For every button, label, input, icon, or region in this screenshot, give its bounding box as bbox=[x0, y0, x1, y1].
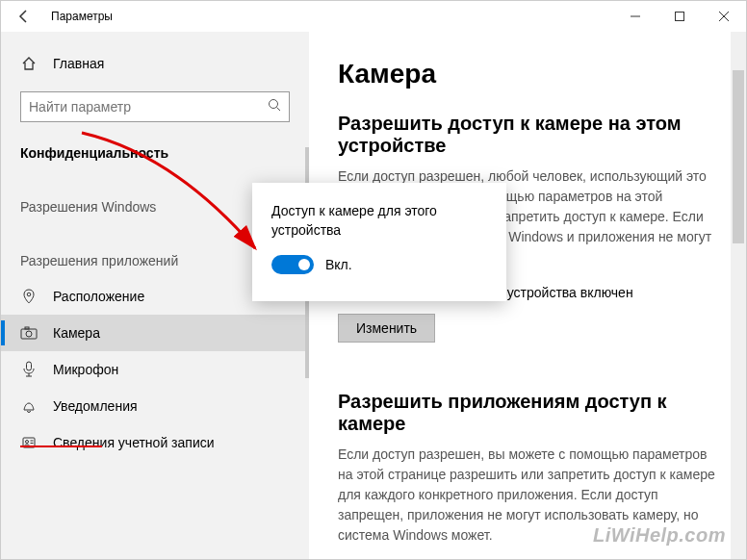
content-scrollbar-track[interactable] bbox=[731, 32, 746, 559]
svg-line-5 bbox=[277, 108, 281, 112]
nav-label: Уведомления bbox=[53, 398, 138, 414]
bell-icon bbox=[20, 397, 38, 415]
nav-label: Расположение bbox=[53, 289, 144, 304]
svg-rect-1 bbox=[676, 13, 684, 21]
section1-title: Разрешить доступ к камере на этом устрой… bbox=[338, 113, 717, 157]
titlebar: Параметры bbox=[1, 1, 746, 32]
location-icon bbox=[20, 288, 38, 305]
account-icon bbox=[20, 434, 38, 451]
svg-point-4 bbox=[270, 100, 278, 109]
svg-point-8 bbox=[26, 331, 32, 337]
nav-label: Сведения учетной записи bbox=[53, 435, 215, 450]
sidebar-item-camera[interactable]: Камера bbox=[1, 315, 309, 351]
sidebar-home-label: Главная bbox=[53, 56, 104, 71]
maximize-button[interactable] bbox=[657, 1, 702, 32]
svg-point-12 bbox=[26, 441, 29, 444]
camera-icon bbox=[20, 324, 38, 342]
sidebar-home[interactable]: Главная bbox=[1, 47, 309, 80]
window-controls bbox=[613, 1, 746, 32]
nav-label: Камера bbox=[53, 325, 100, 341]
popup-title: Доступ к камере для этого устройства bbox=[271, 202, 487, 240]
search-icon bbox=[268, 98, 281, 115]
search-input[interactable] bbox=[20, 91, 290, 122]
popup-toggle-label: Вкл. bbox=[325, 257, 352, 272]
microphone-icon bbox=[20, 361, 38, 378]
sidebar-section-title: Конфиденциальность bbox=[1, 140, 309, 170]
camera-access-popup: Доступ к камере для этого устройства Вкл… bbox=[252, 183, 506, 301]
minimize-button[interactable] bbox=[613, 1, 657, 32]
page-title: Камера bbox=[338, 59, 717, 89]
svg-point-6 bbox=[27, 293, 31, 296]
content-scrollbar-thumb[interactable] bbox=[733, 70, 744, 243]
close-button[interactable] bbox=[702, 1, 746, 32]
window-title: Параметры bbox=[51, 10, 113, 23]
nav-label: Микрофон bbox=[53, 362, 118, 377]
svg-rect-9 bbox=[25, 327, 29, 329]
svg-rect-10 bbox=[27, 362, 32, 370]
popup-toggle-row: Вкл. bbox=[271, 255, 487, 274]
change-button[interactable]: Изменить bbox=[338, 314, 435, 343]
watermark: LiWiHelp.com bbox=[593, 524, 726, 547]
search-field[interactable] bbox=[29, 99, 268, 115]
annotation-underline bbox=[20, 445, 102, 447]
sidebar-item-microphone[interactable]: Микрофон bbox=[1, 351, 309, 388]
sidebar-item-account-info[interactable]: Сведения учетной записи bbox=[1, 424, 309, 461]
home-icon bbox=[20, 55, 38, 72]
section2-title: Разрешить приложениям доступ к камере bbox=[338, 391, 717, 435]
back-button[interactable] bbox=[5, 1, 43, 32]
device-camera-toggle[interactable] bbox=[271, 255, 314, 274]
sidebar-item-notifications[interactable]: Уведомления bbox=[1, 388, 309, 424]
